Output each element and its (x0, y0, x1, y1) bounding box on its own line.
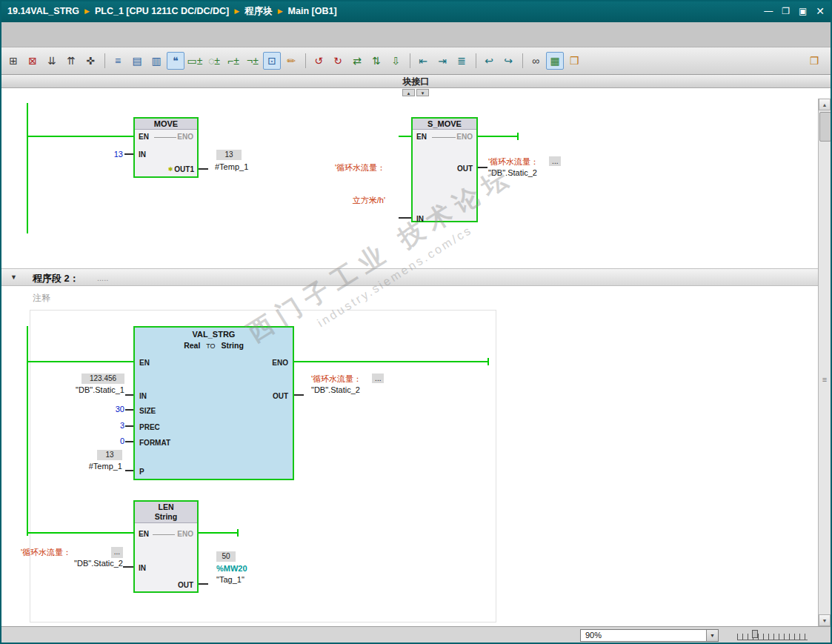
navigate-forward-icon[interactable]: ↪ (499, 52, 517, 70)
empty-box-icon[interactable]: ▭± (186, 52, 204, 70)
wire-from-valstrg-eno[interactable] (294, 361, 489, 362)
network-comments-icon[interactable]: ▥ (147, 52, 165, 70)
valstrg-size-constant[interactable]: 30 (95, 405, 124, 414)
goto-prev-error-icon[interactable]: ↺ (310, 52, 327, 70)
move-pin-eno: ENO (177, 133, 193, 142)
monitoring-glasses-icon[interactable]: ∞ (527, 52, 545, 70)
zoom-slider[interactable] (737, 629, 808, 642)
breadcrumb-plc[interactable]: PLC_1 [CPU 1211C DC/DC/DC] (95, 6, 229, 16)
navigate-back-icon[interactable]: ↩ (480, 52, 498, 70)
wire-to-smove-en[interactable] (399, 136, 411, 137)
interface-collapse-icon[interactable]: ▾ (416, 89, 429, 96)
favorites-icon[interactable]: ✏ (282, 52, 300, 70)
insert-network-icon[interactable]: ⊞ (4, 52, 22, 70)
breadcrumb-arrow-icon: ▶ (84, 7, 90, 15)
delete-network-icon[interactable]: ⊠ (24, 52, 41, 70)
move-pin-in: IN (139, 150, 146, 159)
wire-to-move-en[interactable] (27, 136, 134, 137)
monitor-toggle-icon[interactable]: ▦ (546, 52, 564, 70)
ladder-editor-canvas[interactable]: MOVE EN ENO IN ✱OUT1 13 13 #Temp_1 S_MOV… (0, 99, 819, 626)
valstrg-block[interactable]: VAL_STRG Real TO String EN ENO IN OUT SI… (133, 326, 294, 480)
len-out-address[interactable]: %MW20 (216, 564, 247, 574)
box-frame-icon[interactable]: ⊡ (263, 52, 281, 70)
valstrg-format-constant[interactable]: 0 (95, 436, 124, 446)
len-in-ellipsis[interactable]: ... (111, 547, 123, 558)
goto-definition-icon[interactable]: ⇥ (433, 52, 451, 70)
power-rail[interactable] (27, 326, 28, 536)
smove-out-ellipsis[interactable]: ... (549, 156, 561, 166)
len-pin-out: OUT (178, 581, 193, 590)
valstrg-in-operand[interactable]: "DB".Static_1 (65, 385, 124, 395)
scrollbar-thumb[interactable] (819, 112, 831, 142)
network2-header[interactable]: ▼ 程序段 2： ..... (0, 268, 819, 286)
comment-toggle-icon[interactable]: ❝ (167, 52, 184, 70)
expand-all-networks-icon[interactable]: ⇊ (43, 52, 61, 70)
valstrg-out-operand[interactable]: "DB".Static_2 (311, 385, 430, 396)
absolute-operands-icon[interactable]: ≡ (109, 52, 127, 70)
smove-out-operand[interactable]: "DB".Static_2 (488, 167, 607, 179)
smove-pin-in: IN (416, 215, 424, 224)
snapshot-icon[interactable]: ❒ (565, 52, 583, 70)
valstrg-prec-constant[interactable]: 3 (95, 421, 124, 431)
scroll-down-icon[interactable]: ▼ (819, 614, 831, 626)
zoom-slider-thumb[interactable] (752, 630, 758, 638)
minimize-button[interactable]: — (764, 6, 773, 16)
breadcrumb-main-ob1[interactable]: Main [OB1] (288, 6, 337, 16)
block-interface-bar[interactable]: 块接口 (0, 75, 832, 88)
breadcrumb-project[interactable]: 19.14VAL_STRG (7, 6, 79, 16)
valstrg-pin-en: EN (139, 359, 150, 368)
power-rail[interactable] (27, 103, 28, 233)
en-eno-dash (432, 137, 456, 138)
zoom-dropdown-icon[interactable]: ▼ (706, 630, 718, 641)
close-branch-icon[interactable]: ¬± (244, 52, 262, 70)
valstrg-out-operand-group[interactable]: '循环水流量：... "DB".Static_2 (311, 374, 430, 396)
len-in-operand-group[interactable]: '循环水流量：... "DB".Static_2 (21, 547, 123, 569)
smove-out-operand-group[interactable]: '循环水流量：... "DB".Static_2 (488, 156, 607, 179)
wire-from-smove-eno[interactable] (478, 136, 519, 137)
update-block-calls-icon[interactable]: ⇄ (348, 52, 366, 70)
move-in-constant[interactable]: 13 (96, 150, 123, 159)
valstrg-type-string[interactable]: String (222, 341, 244, 350)
status-bar: 90% ▼ (0, 626, 832, 644)
move-block[interactable]: MOVE EN ENO IN ✱OUT1 (133, 117, 199, 178)
download-icon[interactable]: ⇩ (387, 52, 405, 70)
wire-to-len-en[interactable] (27, 532, 134, 534)
editor-layout-icon[interactable]: ❐ (805, 52, 823, 70)
len-in-operand[interactable]: "DB".Static_2 (21, 558, 123, 569)
close-button[interactable]: ✕ (816, 5, 825, 17)
vertical-scrollbar[interactable]: ▲ ≡ ▼ (818, 99, 831, 626)
coil-icon[interactable]: ◌± (205, 52, 223, 70)
restore-button[interactable]: ❐ (782, 6, 790, 16)
len-block[interactable]: LEN String EN ENO IN OUT (133, 500, 199, 593)
scroll-up-icon[interactable]: ▲ (819, 99, 831, 110)
scrollbar-grip-icon[interactable]: ≡ (819, 374, 831, 385)
len-block-type[interactable]: String (135, 512, 197, 522)
smove-block[interactable]: S_MOVE EN ENO OUT IN (411, 117, 478, 222)
call-structure-icon[interactable]: ≣ (453, 52, 470, 70)
collapse-all-networks-icon[interactable]: ⇈ (62, 52, 80, 70)
network-titles-icon[interactable]: ▤ (128, 52, 146, 70)
valstrg-type-real[interactable]: Real (184, 341, 200, 350)
smove-in-string-line2[interactable]: 立方米/h' (307, 196, 385, 205)
len-out-operand[interactable]: "Tag_1" (216, 575, 244, 585)
network2-title-placeholder[interactable]: ..... (97, 273, 108, 282)
wire-to-valstrg-en[interactable] (27, 361, 134, 362)
sync-interface-icon[interactable]: ⇅ (367, 52, 385, 70)
smove-in-string-line1[interactable]: '循环水流量： (307, 163, 385, 173)
valstrg-p-operand[interactable]: #Temp_1 (70, 462, 122, 471)
valstrg-out-ellipsis[interactable]: ... (372, 374, 384, 383)
zoom-select[interactable]: 90% ▼ (580, 629, 719, 642)
move-out-operand[interactable]: #Temp_1 (215, 162, 248, 172)
goto-next-error-icon[interactable]: ↻ (329, 52, 347, 70)
network2-title[interactable]: 程序段 2： (33, 272, 79, 285)
interface-splitter: ▴ ▾ (402, 89, 429, 96)
maximize-button[interactable]: ▣ (799, 6, 807, 16)
breadcrumb-program-blocks[interactable]: 程序块 (244, 5, 273, 18)
network-collapse-icon[interactable]: ▼ (10, 273, 17, 281)
interface-expand-icon[interactable]: ▴ (402, 89, 415, 96)
network2-comment[interactable]: 注释 (33, 292, 50, 305)
open-branch-icon[interactable]: ⌐± (224, 52, 242, 70)
wire-from-len-eno[interactable] (199, 532, 239, 534)
pin-window-icon[interactable]: ✜ (81, 52, 99, 70)
goto-usage-icon[interactable]: ⇤ (414, 52, 432, 70)
